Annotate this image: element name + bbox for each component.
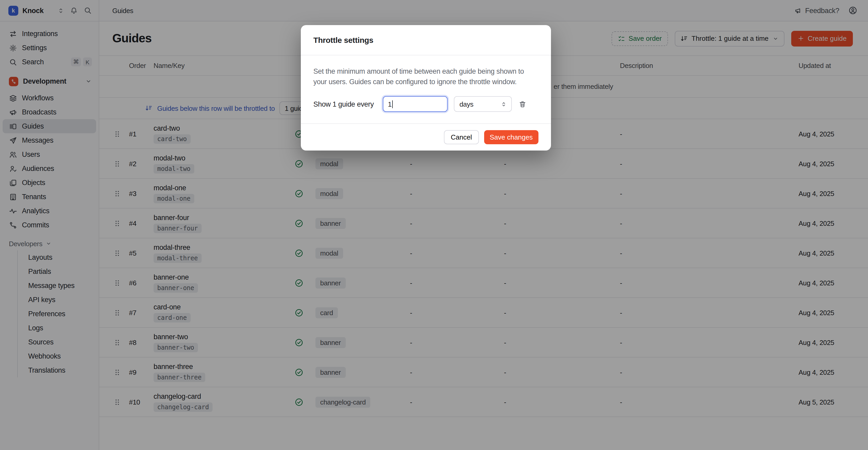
- modal-description: Set the minimum amount of time between e…: [313, 66, 533, 87]
- throttle-unit-select[interactable]: days: [454, 96, 512, 112]
- throttle-settings-modal: Throttle settings Set the minimum amount…: [301, 25, 551, 150]
- select-stepper-icon: [500, 101, 507, 107]
- throttle-input-label: Show 1 guide every: [313, 100, 374, 108]
- save-changes-button[interactable]: Save changes: [484, 130, 538, 144]
- app-root: k Knock Guides Feedback? Inte: [0, 0, 868, 450]
- cancel-button[interactable]: Cancel: [444, 130, 479, 144]
- delete-throttle-button[interactable]: [518, 100, 526, 108]
- text-caret: [392, 100, 393, 108]
- throttle-value-input[interactable]: 1: [382, 96, 447, 112]
- modal-title: Throttle settings: [313, 35, 373, 45]
